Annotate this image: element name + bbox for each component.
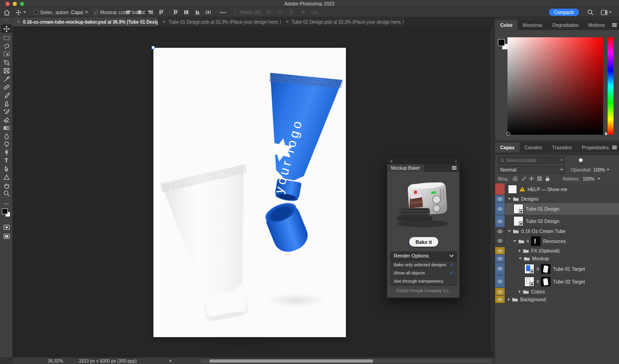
healing-brush-tool[interactable] — [1, 83, 12, 91]
expand-icon[interactable] — [508, 298, 510, 301]
saturation-brightness-field[interactable] — [507, 37, 603, 135]
mask-link-icon[interactable]: 8 — [537, 267, 538, 271]
horizontal-scrollbar[interactable] — [200, 359, 492, 363]
screen-mode-icon[interactable] — [1, 232, 12, 240]
show-transform-checkbox[interactable]: ✓ — [94, 10, 98, 15]
document-tab-2[interactable]: ✕ Tube 01 Design.psb al 33,3% (Place you… — [158, 17, 281, 26]
visibility-toggle[interactable] — [495, 255, 505, 262]
toolbar-collapse-icon[interactable]: ›› — [0, 18, 13, 22]
expand-icon[interactable] — [513, 240, 516, 242]
layer-row-background-group[interactable]: Background — [495, 296, 619, 303]
panel-close-icon[interactable]: ✕ — [390, 159, 393, 164]
mask-link-icon[interactable]: 8 — [537, 279, 538, 284]
marquee-tool[interactable] — [1, 34, 12, 42]
zoom-level[interactable]: 36,92% — [48, 359, 63, 364]
layer-row-help[interactable]: HELP — Show me — [495, 183, 619, 195]
vertical-scrollbar[interactable] — [490, 27, 493, 351]
chevron-down-icon[interactable] — [598, 178, 600, 180]
lock-all-icon[interactable] — [545, 176, 550, 182]
layer-row-tube02-design[interactable]: Tube 02 Design — [495, 215, 619, 228]
eraser-tool[interactable] — [1, 116, 12, 124]
panel-menu-icon[interactable] — [612, 146, 617, 147]
auto-select-target-select[interactable]: Capa — [69, 7, 90, 17]
hue-slider[interactable] — [608, 37, 614, 135]
visibility-toggle[interactable] — [495, 183, 505, 195]
canvas-area[interactable]: your logo ✕ « Mockup Baker — [13, 26, 494, 357]
visibility-toggle[interactable] — [495, 235, 505, 247]
align-center-h-icon[interactable] — [137, 7, 142, 17]
layer-row-fx-optional[interactable]: FX (Optional) — [495, 247, 619, 255]
foreground-color-swatch[interactable] — [498, 39, 505, 46]
smart-object-thumbnail[interactable] — [524, 264, 534, 274]
distribute-center-h-icon[interactable] — [183, 7, 189, 17]
filter-toggle[interactable] — [579, 158, 583, 162]
shape-tool[interactable] — [1, 173, 12, 181]
bake-it-button[interactable]: Bake it — [409, 237, 438, 247]
pen-tool[interactable] — [1, 148, 12, 157]
visibility-toggle[interactable] — [495, 247, 505, 254]
clone-stamp-tool[interactable] — [1, 99, 12, 107]
layer-thumbnail[interactable]: ! — [531, 236, 541, 246]
visibility-toggle[interactable] — [495, 228, 505, 235]
chevron-down-icon[interactable] — [607, 169, 609, 171]
mockup-baker-tab[interactable]: Mockup Baker — [387, 164, 424, 172]
blur-tool[interactable] — [1, 132, 12, 140]
quick-mask-icon[interactable] — [1, 223, 12, 231]
layer-row-cream-tube-group[interactable]: 0.16 Oz Cream Tube — [495, 228, 619, 235]
move-tool[interactable] — [1, 25, 12, 33]
home-icon[interactable] — [4, 7, 10, 17]
lock-transparency-icon[interactable] — [513, 177, 518, 181]
type-tool[interactable]: T — [1, 157, 12, 165]
share-button[interactable]: Compartir — [549, 9, 579, 16]
render-option-row[interactable]: Show all objects ✓ — [390, 269, 457, 277]
close-tab-icon[interactable]: ✕ — [17, 20, 20, 24]
fill-value[interactable]: 100% — [583, 177, 594, 182]
expand-icon[interactable] — [508, 198, 511, 200]
distribute-bottom-icon[interactable] — [194, 7, 200, 17]
layer-filter-select[interactable]: Seleccionada — [498, 157, 565, 164]
visibility-toggle[interactable] — [495, 296, 505, 303]
auto-select-checkbox[interactable] — [34, 10, 38, 15]
current-tool-icon[interactable] — [15, 7, 26, 17]
layer-row-resources[interactable]: 8 ! Resources — [495, 235, 619, 247]
visibility-toggle[interactable] — [495, 288, 505, 295]
lock-artboard-icon[interactable] — [537, 176, 542, 182]
visibility-toggle[interactable] — [495, 215, 505, 227]
workspace-switcher[interactable] — [601, 7, 612, 17]
layer-row-mockup-group[interactable]: Mockup — [495, 255, 619, 263]
close-tab-icon[interactable]: ✕ — [285, 20, 289, 24]
align-top-icon[interactable] — [158, 7, 164, 17]
expand-icon[interactable] — [519, 249, 521, 252]
panel-menu-icon[interactable] — [612, 23, 617, 24]
more-options-icon[interactable]: ••• — [220, 7, 227, 17]
transform-handle[interactable] — [152, 46, 155, 49]
lasso-tool[interactable] — [1, 42, 12, 50]
tab-trazados[interactable]: Trazados — [547, 142, 577, 152]
brush-tool[interactable] — [1, 91, 12, 99]
smart-object-thumbnail[interactable] — [513, 204, 523, 214]
zoom-tool[interactable] — [1, 189, 12, 197]
eyedropper-tool[interactable] — [1, 75, 12, 83]
panel-collapse-icon[interactable]: « — [455, 159, 457, 164]
tab-color[interactable]: Color — [495, 20, 518, 30]
expand-icon[interactable] — [508, 230, 511, 232]
visibility-toggle[interactable] — [495, 263, 505, 275]
distribute-spacing-icon[interactable] — [205, 7, 211, 17]
layer-row-tube02-target[interactable]: 8 Tube 02 Target — [495, 275, 619, 288]
render-option-row[interactable]: Bake only selected designs ✓ — [390, 261, 457, 269]
foreground-color-swatch[interactable] — [2, 208, 8, 214]
lock-paint-icon[interactable] — [521, 176, 526, 182]
align-right-icon[interactable] — [147, 7, 153, 17]
visibility-toggle[interactable] — [495, 275, 505, 288]
hand-tool[interactable] — [1, 181, 12, 189]
panel-menu-icon[interactable] — [452, 166, 457, 167]
auto-select-option[interactable]: Selec. autom.: — [34, 7, 72, 17]
object-selection-tool[interactable] — [1, 50, 12, 58]
layer-mask-thumbnail[interactable] — [541, 264, 551, 274]
tab-capas[interactable]: Capas — [495, 142, 520, 152]
color-field-cursor[interactable] — [507, 132, 510, 136]
render-options-header[interactable]: Render Options — [390, 251, 457, 261]
layer-row-tube01-design[interactable]: Tube 01 Design — [495, 203, 619, 215]
path-selection-tool[interactable] — [1, 165, 12, 173]
tab-propiedades[interactable]: Propiedades — [577, 142, 614, 152]
